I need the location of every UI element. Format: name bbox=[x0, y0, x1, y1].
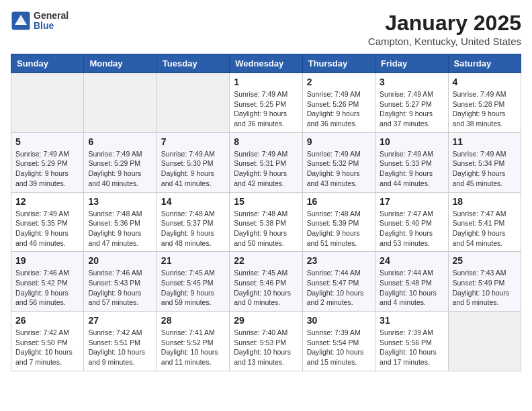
day-info: Sunrise: 7:39 AM Sunset: 5:54 PM Dayligh… bbox=[307, 328, 371, 367]
day-info: Sunrise: 7:43 AM Sunset: 5:49 PM Dayligh… bbox=[453, 268, 517, 308]
calendar-cell: 4Sunrise: 7:49 AM Sunset: 5:28 PM Daylig… bbox=[448, 73, 521, 133]
day-info: Sunrise: 7:49 AM Sunset: 5:27 PM Dayligh… bbox=[380, 89, 443, 129]
day-number: 31 bbox=[380, 315, 443, 326]
weekday-header-tuesday: Tuesday bbox=[157, 54, 229, 73]
day-number: 9 bbox=[307, 136, 371, 147]
weekday-header-wednesday: Wednesday bbox=[230, 54, 302, 73]
calendar-cell: 24Sunrise: 7:44 AM Sunset: 5:48 PM Dayli… bbox=[375, 252, 448, 312]
day-number: 5 bbox=[15, 136, 79, 147]
logo-general: General bbox=[34, 11, 69, 21]
calendar-cell: 12Sunrise: 7:49 AM Sunset: 5:35 PM Dayli… bbox=[11, 192, 84, 252]
day-number: 17 bbox=[380, 196, 443, 207]
day-info: Sunrise: 7:48 AM Sunset: 5:39 PM Dayligh… bbox=[307, 209, 371, 248]
day-info: Sunrise: 7:49 AM Sunset: 5:34 PM Dayligh… bbox=[453, 149, 517, 189]
weekday-header-thursday: Thursday bbox=[302, 54, 375, 73]
day-number: 10 bbox=[380, 136, 443, 147]
calendar-cell: 3Sunrise: 7:49 AM Sunset: 5:27 PM Daylig… bbox=[375, 73, 448, 133]
weekday-header-saturday: Saturday bbox=[448, 54, 521, 73]
day-info: Sunrise: 7:41 AM Sunset: 5:52 PM Dayligh… bbox=[161, 328, 225, 367]
day-number: 16 bbox=[307, 196, 371, 207]
title-area: January 2025 Campton, Kentucky, United S… bbox=[368, 11, 521, 47]
calendar-cell: 19Sunrise: 7:46 AM Sunset: 5:42 PM Dayli… bbox=[11, 252, 84, 312]
calendar-cell: 10Sunrise: 7:49 AM Sunset: 5:33 PM Dayli… bbox=[375, 132, 448, 192]
day-number: 12 bbox=[15, 196, 79, 207]
weekday-header-friday: Friday bbox=[375, 54, 448, 73]
day-number: 25 bbox=[453, 255, 517, 266]
week-row-1: 1Sunrise: 7:49 AM Sunset: 5:25 PM Daylig… bbox=[11, 73, 521, 133]
day-number: 27 bbox=[88, 315, 152, 326]
calendar-cell: 16Sunrise: 7:48 AM Sunset: 5:39 PM Dayli… bbox=[302, 192, 375, 252]
day-info: Sunrise: 7:46 AM Sunset: 5:43 PM Dayligh… bbox=[88, 268, 152, 308]
day-info: Sunrise: 7:49 AM Sunset: 5:32 PM Dayligh… bbox=[307, 149, 371, 189]
day-info: Sunrise: 7:47 AM Sunset: 5:40 PM Dayligh… bbox=[380, 209, 443, 248]
calendar-cell: 9Sunrise: 7:49 AM Sunset: 5:32 PM Daylig… bbox=[302, 132, 375, 192]
weekday-header-sunday: Sunday bbox=[11, 54, 84, 73]
month-title: January 2025 bbox=[368, 11, 521, 36]
day-info: Sunrise: 7:47 AM Sunset: 5:41 PM Dayligh… bbox=[453, 209, 517, 248]
calendar-cell: 14Sunrise: 7:48 AM Sunset: 5:37 PM Dayli… bbox=[157, 192, 229, 252]
weekday-header-row: SundayMondayTuesdayWednesdayThursdayFrid… bbox=[11, 54, 521, 73]
calendar-cell: 6Sunrise: 7:49 AM Sunset: 5:29 PM Daylig… bbox=[84, 132, 157, 192]
week-row-3: 12Sunrise: 7:49 AM Sunset: 5:35 PM Dayli… bbox=[11, 192, 521, 252]
calendar-cell: 5Sunrise: 7:49 AM Sunset: 5:29 PM Daylig… bbox=[11, 132, 84, 192]
day-info: Sunrise: 7:40 AM Sunset: 5:53 PM Dayligh… bbox=[234, 328, 298, 367]
day-info: Sunrise: 7:48 AM Sunset: 5:36 PM Dayligh… bbox=[88, 209, 152, 248]
day-info: Sunrise: 7:49 AM Sunset: 5:25 PM Dayligh… bbox=[234, 89, 298, 129]
calendar-cell bbox=[448, 312, 521, 371]
day-info: Sunrise: 7:48 AM Sunset: 5:38 PM Dayligh… bbox=[234, 209, 298, 248]
calendar-cell: 7Sunrise: 7:49 AM Sunset: 5:30 PM Daylig… bbox=[157, 132, 229, 192]
location-title: Campton, Kentucky, United States bbox=[368, 36, 521, 47]
calendar-cell: 13Sunrise: 7:48 AM Sunset: 5:36 PM Dayli… bbox=[84, 192, 157, 252]
header: General Blue January 2025 Campton, Kentu… bbox=[11, 11, 521, 47]
logo-icon bbox=[11, 11, 31, 31]
calendar-cell: 1Sunrise: 7:49 AM Sunset: 5:25 PM Daylig… bbox=[230, 73, 302, 133]
calendar-cell: 8Sunrise: 7:49 AM Sunset: 5:31 PM Daylig… bbox=[230, 132, 302, 192]
day-number: 29 bbox=[234, 315, 298, 326]
day-number: 4 bbox=[453, 77, 517, 87]
calendar-cell: 31Sunrise: 7:39 AM Sunset: 5:56 PM Dayli… bbox=[375, 312, 448, 371]
calendar-cell: 23Sunrise: 7:44 AM Sunset: 5:47 PM Dayli… bbox=[302, 252, 375, 312]
day-number: 6 bbox=[88, 136, 152, 147]
calendar-cell bbox=[157, 73, 229, 133]
calendar: SundayMondayTuesdayWednesdayThursdayFrid… bbox=[11, 54, 521, 371]
calendar-cell: 20Sunrise: 7:46 AM Sunset: 5:43 PM Dayli… bbox=[84, 252, 157, 312]
day-info: Sunrise: 7:42 AM Sunset: 5:50 PM Dayligh… bbox=[15, 328, 79, 367]
day-info: Sunrise: 7:42 AM Sunset: 5:51 PM Dayligh… bbox=[88, 328, 152, 367]
calendar-cell: 27Sunrise: 7:42 AM Sunset: 5:51 PM Dayli… bbox=[84, 312, 157, 371]
day-info: Sunrise: 7:49 AM Sunset: 5:28 PM Dayligh… bbox=[453, 89, 517, 129]
day-number: 14 bbox=[161, 196, 225, 207]
day-number: 3 bbox=[380, 77, 443, 87]
day-number: 24 bbox=[380, 255, 443, 266]
day-info: Sunrise: 7:46 AM Sunset: 5:42 PM Dayligh… bbox=[15, 268, 79, 308]
day-number: 15 bbox=[234, 196, 298, 207]
calendar-cell: 25Sunrise: 7:43 AM Sunset: 5:49 PM Dayli… bbox=[448, 252, 521, 312]
calendar-cell: 29Sunrise: 7:40 AM Sunset: 5:53 PM Dayli… bbox=[230, 312, 302, 371]
day-info: Sunrise: 7:44 AM Sunset: 5:47 PM Dayligh… bbox=[307, 268, 371, 308]
day-number: 11 bbox=[453, 136, 517, 147]
day-number: 21 bbox=[161, 255, 225, 266]
day-info: Sunrise: 7:45 AM Sunset: 5:46 PM Dayligh… bbox=[234, 268, 298, 308]
calendar-cell: 11Sunrise: 7:49 AM Sunset: 5:34 PM Dayli… bbox=[448, 132, 521, 192]
day-number: 30 bbox=[307, 315, 371, 326]
day-number: 8 bbox=[234, 136, 298, 147]
calendar-cell bbox=[84, 73, 157, 133]
day-number: 7 bbox=[161, 136, 225, 147]
day-number: 26 bbox=[15, 315, 79, 326]
day-info: Sunrise: 7:49 AM Sunset: 5:31 PM Dayligh… bbox=[234, 149, 298, 189]
week-row-4: 19Sunrise: 7:46 AM Sunset: 5:42 PM Dayli… bbox=[11, 252, 521, 312]
day-info: Sunrise: 7:49 AM Sunset: 5:26 PM Dayligh… bbox=[307, 89, 371, 129]
day-number: 22 bbox=[234, 255, 298, 266]
calendar-cell: 17Sunrise: 7:47 AM Sunset: 5:40 PM Dayli… bbox=[375, 192, 448, 252]
day-number: 18 bbox=[453, 196, 517, 207]
calendar-cell: 26Sunrise: 7:42 AM Sunset: 5:50 PM Dayli… bbox=[11, 312, 84, 371]
weekday-header-monday: Monday bbox=[84, 54, 157, 73]
day-number: 2 bbox=[307, 77, 371, 87]
day-info: Sunrise: 7:49 AM Sunset: 5:29 PM Dayligh… bbox=[88, 149, 152, 189]
calendar-cell: 21Sunrise: 7:45 AM Sunset: 5:45 PM Dayli… bbox=[157, 252, 229, 312]
calendar-cell: 15Sunrise: 7:48 AM Sunset: 5:38 PM Dayli… bbox=[230, 192, 302, 252]
logo-blue: Blue bbox=[34, 21, 69, 31]
calendar-cell: 28Sunrise: 7:41 AM Sunset: 5:52 PM Dayli… bbox=[157, 312, 229, 371]
day-info: Sunrise: 7:44 AM Sunset: 5:48 PM Dayligh… bbox=[380, 268, 443, 308]
day-info: Sunrise: 7:49 AM Sunset: 5:35 PM Dayligh… bbox=[15, 209, 79, 248]
week-row-5: 26Sunrise: 7:42 AM Sunset: 5:50 PM Dayli… bbox=[11, 312, 521, 371]
